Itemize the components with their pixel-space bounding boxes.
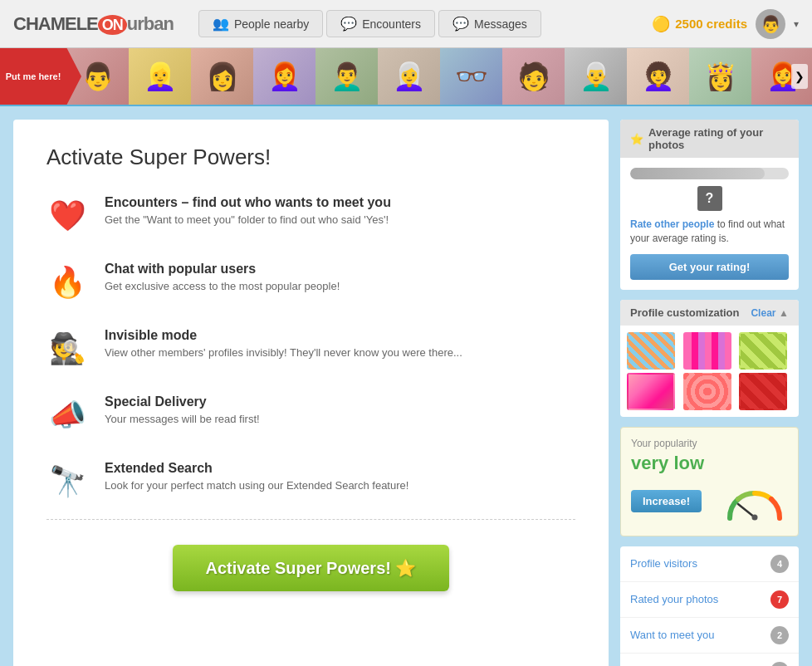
chat-feature-text: Chat with popular users Get exclusive ac… — [105, 262, 340, 292]
strip-photo-6[interactable]: 👩‍🦳 — [378, 48, 440, 105]
strip-photo-9[interactable]: 👨‍🦳 — [565, 48, 627, 105]
rate-other-people-link[interactable]: Rate other people — [630, 218, 714, 230]
rated-photos-link[interactable]: Rated your photos — [630, 593, 718, 605]
scroll-up-arrow-icon[interactable]: ▲ — [779, 307, 789, 319]
logo-on: ON — [98, 15, 127, 35]
want-to-meet-link[interactable]: Want to meet you — [630, 629, 714, 641]
divider — [46, 519, 575, 520]
popularity-gauge — [722, 481, 788, 522]
nav-tabs: 👥 People nearby 💬 Encounters 💬 Messages — [198, 10, 643, 37]
svg-line-0 — [738, 504, 755, 517]
pattern-3[interactable] — [739, 332, 787, 370]
page-title: Activate Super Powers! — [46, 144, 575, 170]
delivery-feature-desc: Your messages will be read first! — [105, 413, 260, 425]
search-feature-desc: Look for your perfect match using our Ex… — [105, 479, 408, 492]
rating-bar-container — [630, 168, 789, 179]
increase-popularity-button[interactable]: Increase! — [631, 490, 702, 512]
stat-want-to-meet: Want to meet you 2 — [620, 618, 799, 654]
people-icon: 👥 — [213, 16, 229, 32]
svg-point-1 — [752, 514, 758, 520]
main-content: Activate Super Powers! ❤️ Encounters – f… — [0, 106, 812, 666]
stats-list: Profile visitors 4 Rated your photos 7 W… — [620, 546, 799, 666]
pattern-5[interactable] — [683, 373, 731, 410]
pattern-4[interactable] — [627, 373, 675, 410]
rating-bar-bg — [630, 168, 789, 179]
activate-super-powers-button[interactable]: Activate Super Powers! ⭐ — [173, 545, 450, 591]
profile-customization-header: Profile customization Clear ▲ — [620, 300, 799, 326]
invisible-feature-text: Invisible mode View other members' profi… — [105, 328, 462, 359]
chat-feature-title: Chat with popular users — [105, 262, 340, 277]
strip-placeholder[interactable]: Put me here! — [0, 48, 66, 105]
encounters-feature-text: Encounters – find out who wants to meet … — [105, 195, 391, 226]
encounters-feature-desc: Get the "Want to meet you" folder to fin… — [105, 213, 391, 226]
strip-photo-7[interactable]: 👓 — [440, 48, 502, 105]
rating-widget-body: ? Rate other people to find out what you… — [620, 158, 799, 290]
rating-widget-header: ⭐ Average rating of your photos — [620, 120, 799, 158]
stat-profile-visitors: Profile visitors 4 — [620, 546, 799, 582]
tab-messages-label: Messages — [474, 17, 527, 31]
tab-messages[interactable]: 💬 Messages — [438, 10, 541, 37]
rate-text: Rate other people to find out what your … — [630, 218, 789, 246]
profile-visitors-link[interactable]: Profile visitors — [630, 557, 697, 570]
coin-icon: 🟡 — [652, 15, 670, 33]
photo-strip: Put me here! 👨 👱‍♀️ 👩 👩‍🦰 👨‍🦱 👩‍🦳 👓 🧑 👨‍… — [0, 48, 812, 106]
delivery-feature-icon: 📣 — [46, 394, 88, 436]
tab-people-nearby[interactable]: 👥 People nearby — [198, 10, 323, 37]
want-to-meet-badge: 2 — [770, 626, 789, 644]
logo-chamel: CHAMELE — [13, 13, 98, 34]
strip-photo-5[interactable]: 👨‍🦱 — [316, 48, 378, 105]
strip-photo-10[interactable]: 👩‍🦱 — [627, 48, 689, 105]
delivery-feature-text: Special Delivery Your messages will be r… — [105, 394, 260, 425]
pattern-6[interactable] — [739, 373, 787, 410]
strip-next-button[interactable]: ❯ — [791, 64, 808, 89]
header-right: 🟡 2500 credits 👨 ▾ — [652, 9, 799, 39]
delivery-feature-title: Special Delivery — [105, 394, 260, 409]
encounters-feature-icon: ❤️ — [46, 195, 88, 237]
stat-rated-photos: Rated your photos 7 — [620, 582, 799, 618]
features-list: ❤️ Encounters – find out who wants to me… — [46, 195, 575, 502]
feature-encounters: ❤️ Encounters – find out who wants to me… — [46, 195, 575, 237]
logo-urban: urban — [127, 13, 174, 34]
logo-text: CHAMELEONurban — [13, 13, 174, 35]
pattern-2[interactable] — [683, 332, 731, 370]
strip-photo-8[interactable]: 🧑 — [502, 48, 565, 105]
dropdown-arrow-icon[interactable]: ▾ — [794, 18, 799, 30]
tab-people-nearby-label: People nearby — [234, 17, 309, 31]
profile-customization-widget: Profile customization Clear ▲ — [620, 300, 799, 417]
activate-btn-container: Activate Super Powers! ⭐ — [46, 545, 575, 591]
popularity-status: very low — [631, 453, 788, 474]
popularity-label: Your popularity — [631, 438, 788, 449]
search-feature-text: Extended Search Look for your perfect ma… — [105, 461, 408, 492]
rating-icon: ⭐ — [630, 133, 643, 145]
rating-header-label: Average rating of your photos — [648, 126, 789, 151]
strip-photo-11[interactable]: 👸 — [689, 48, 751, 105]
invisible-feature-desc: View other members' profiles invisibly! … — [105, 346, 462, 359]
chat-feature-icon: 🔥 — [46, 262, 88, 303]
encounters-icon: 💬 — [340, 16, 357, 32]
left-panel: Activate Super Powers! ❤️ Encounters – f… — [13, 120, 609, 666]
pattern-1[interactable] — [627, 332, 675, 370]
profile-visitors-badge: 4 — [770, 555, 789, 573]
invisible-feature-title: Invisible mode — [105, 328, 462, 343]
feature-chat: 🔥 Chat with popular users Get exclusive … — [46, 262, 575, 303]
profile-customization-label: Profile customization — [630, 306, 739, 319]
rating-bar-fill — [630, 168, 765, 179]
get-rating-button[interactable]: Get your rating! — [630, 254, 789, 280]
user-avatar[interactable]: 👨 — [756, 9, 785, 39]
clear-customization-link[interactable]: Clear — [751, 307, 775, 319]
photo-strip-inner: Put me here! 👨 👱‍♀️ 👩 👩‍🦰 👨‍🦱 👩‍🦳 👓 🧑 👨‍… — [0, 48, 812, 105]
strip-photo-3[interactable]: 👩 — [191, 48, 253, 105]
right-panel: ⭐ Average rating of your photos ? Rate o… — [620, 120, 799, 666]
tab-encounters[interactable]: 💬 Encounters — [326, 10, 435, 37]
search-feature-title: Extended Search — [105, 461, 408, 476]
strip-photo-4[interactable]: 👩‍🦰 — [253, 48, 316, 105]
stat-mutual-attractions: Mutual attractions 3 — [620, 654, 799, 666]
search-feature-icon: 🔭 — [46, 461, 88, 502]
invisible-feature-icon: 🕵️ — [46, 328, 88, 370]
strip-photo-2[interactable]: 👱‍♀️ — [129, 48, 191, 105]
rating-widget: ⭐ Average rating of your photos ? Rate o… — [620, 120, 799, 290]
mutual-attractions-badge: 3 — [770, 662, 789, 666]
logo: CHAMELEONurban — [13, 13, 174, 35]
feature-invisible: 🕵️ Invisible mode View other members' pr… — [46, 328, 575, 370]
tab-encounters-label: Encounters — [362, 17, 421, 31]
